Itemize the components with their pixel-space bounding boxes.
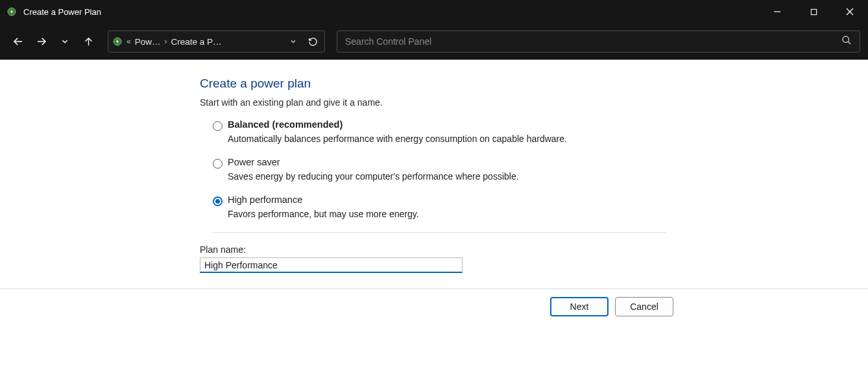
radio-button[interactable] — [213, 121, 223, 131]
plan-name-input[interactable] — [200, 257, 463, 273]
plan-option[interactable]: Power saverSaves energy by reducing your… — [213, 157, 680, 182]
power-plan-app-icon — [6, 6, 17, 17]
page-heading: Create a power plan — [200, 77, 680, 91]
svg-point-9 — [843, 36, 849, 42]
footer: Next Cancel — [0, 289, 868, 324]
radio-button[interactable] — [213, 159, 223, 169]
minimize-button[interactable] — [759, 0, 795, 23]
forward-button[interactable] — [31, 31, 52, 52]
recent-locations-button[interactable] — [54, 31, 75, 52]
plan-texts: Balanced (recommended)Automatically bala… — [228, 119, 567, 144]
titlebar: Create a Power Plan — [0, 0, 868, 23]
power-options-icon — [112, 36, 123, 47]
up-button[interactable] — [78, 31, 99, 52]
navigation-bar: « Pow… › Create a P… — [0, 23, 868, 60]
close-button[interactable] — [832, 0, 868, 23]
plan-option[interactable]: High performanceFavors performance, but … — [213, 195, 680, 219]
search-bar[interactable] — [337, 30, 860, 53]
plan-title: Power saver — [228, 157, 519, 167]
next-button[interactable]: Next — [550, 297, 609, 316]
plan-texts: High performanceFavors performance, but … — [228, 195, 419, 219]
svg-rect-2 — [811, 9, 816, 14]
plan-title: Balanced (recommended) — [228, 119, 567, 130]
svg-line-10 — [848, 41, 850, 44]
breadcrumb-power-options[interactable]: Pow… — [135, 37, 161, 47]
content-area: Create a power plan Start with an existi… — [0, 60, 868, 378]
overflow-chevron-icon[interactable]: « — [127, 37, 131, 46]
refresh-button[interactable] — [305, 37, 320, 47]
search-icon[interactable] — [841, 35, 852, 48]
page-subheading: Start with an existing plan and give it … — [200, 97, 680, 108]
radio-button[interactable] — [213, 196, 223, 206]
back-button[interactable] — [8, 31, 29, 52]
plan-option[interactable]: Balanced (recommended)Automatically bala… — [213, 119, 680, 144]
window-controls — [759, 0, 868, 23]
window-title: Create a Power Plan — [23, 7, 101, 17]
plan-description: Automatically balances performance with … — [228, 134, 567, 144]
divider — [213, 232, 667, 233]
plan-texts: Power saverSaves energy by reducing your… — [228, 157, 519, 182]
plan-description: Favors performance, but may use more ene… — [228, 209, 419, 219]
address-dropdown-button[interactable] — [285, 38, 301, 45]
address-bar[interactable]: « Pow… › Create a P… — [108, 30, 325, 53]
breadcrumb-create-plan[interactable]: Create a P… — [171, 37, 221, 47]
cancel-button[interactable]: Cancel — [615, 297, 673, 316]
maximize-button[interactable] — [795, 0, 832, 23]
chevron-right-icon: › — [164, 37, 167, 46]
plan-description: Saves energy by reducing your computer's… — [228, 171, 519, 182]
plan-name-label: Plan name: — [200, 244, 680, 255]
search-input[interactable] — [345, 36, 841, 47]
plan-title: High performance — [228, 195, 419, 205]
